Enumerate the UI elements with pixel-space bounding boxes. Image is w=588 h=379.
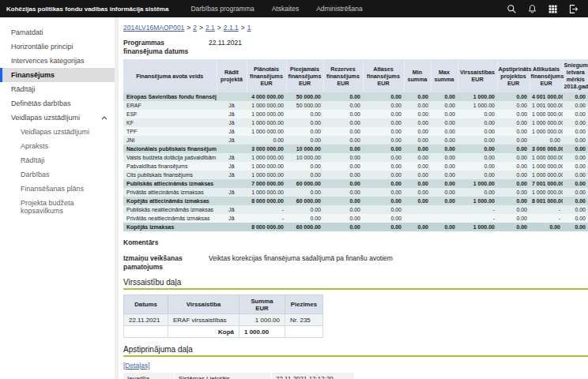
sidebar-subitem-darb-bas[interactable]: Darbības xyxy=(0,167,119,182)
sidebar-item-horizont-lie-principi[interactable]: Horizontālie principi xyxy=(0,39,119,54)
sidebar-item-pamatdati[interactable]: Pamatdati xyxy=(0,25,119,39)
app-switcher-icon[interactable] xyxy=(548,4,558,14)
comment-row: Komentārs xyxy=(123,238,588,247)
finance-cell: 1 000 000.00 xyxy=(530,153,563,162)
finance-cell: 1 000 000.00 xyxy=(247,127,286,136)
sidebar-subitem-veidlapas-uzst-d-jumi[interactable]: Veidlapas uzstādījumi xyxy=(0,125,119,139)
sidebar-item-veidlapas-uzst-d-jumi[interactable]: Veidlapas uzstādījumi xyxy=(0,111,119,125)
finance-cell: 4 001 000.00 xyxy=(530,92,563,101)
finance-cell: 0.00 xyxy=(431,153,458,162)
virssaistibas-row: 22.11.2021ERAF virssaistības1 000.00Nr. … xyxy=(124,314,323,326)
topbar-menu-item-administr-ana[interactable]: Administrēšana xyxy=(316,5,363,13)
finance-cell: 1 000.00 xyxy=(458,92,497,101)
finance-cell: 0.00 xyxy=(247,136,286,144)
sidebar: PamatdatiHorizontālie principiIntervence… xyxy=(0,17,119,379)
finance-row: Kopējās izmaksas8 000 000.0060 000.000.0… xyxy=(123,223,588,231)
finance-cell: 8 000 000.00 xyxy=(247,223,286,231)
finance-cell: 0.00 xyxy=(363,223,404,231)
sidebar-item-defin-t-s-darb-bas[interactable]: Definētās darbības xyxy=(0,96,119,111)
finance-cell: 0.00 xyxy=(497,171,530,179)
sidebar-item-r-d-t-ji[interactable]: Rādītāji xyxy=(0,82,119,96)
topbar-menu-item-atskaites[interactable]: Atskaites xyxy=(272,5,300,13)
finance-cell: 0.00 xyxy=(404,197,431,205)
justification-label: Izmaiņu veikšanas pamatojums xyxy=(123,254,202,271)
finance-source-name: Nacionālais publiskais finansējums xyxy=(123,144,217,153)
finance-cell: 0.00 xyxy=(563,153,588,162)
finance-source-name: Kopējās attiecināmās izmaksas xyxy=(123,197,217,205)
finance-cell: 0.00 xyxy=(323,110,363,118)
sidebar-subitem-r-d-t-ji[interactable]: Rādītāji xyxy=(0,153,119,167)
finance-row: Valsts budžeta dotācija pašvaldībāmJā1 0… xyxy=(123,153,588,162)
finance-row: Publiskās neattiecināmās izmaksasJā-0.00… xyxy=(123,205,588,214)
finance-cell: Jā xyxy=(217,127,247,136)
finance-cell: 0.00 xyxy=(530,223,563,231)
logout-icon[interactable] xyxy=(568,4,579,14)
program-date-label: Programmas finansējuma datums xyxy=(123,39,202,55)
sidebar-item-label: Veidlapas uzstādījumi xyxy=(11,114,80,122)
topbar-menu-item-darb-bas-programma[interactable]: Darbības programma xyxy=(190,5,254,13)
topbar-menu: Darbības programmaAtskaitesAdministrēšan… xyxy=(190,5,362,13)
finance-cell: 0.00 xyxy=(363,171,404,179)
finance-cell: Jā xyxy=(217,118,247,127)
sidebar-item-intervences-kategorijas[interactable]: Intervences kategorijas xyxy=(0,54,119,68)
search-icon[interactable] xyxy=(507,4,517,14)
finance-column-header-finans-juma-avota-veids: Finansējuma avota veids xyxy=(123,59,217,92)
approval-section-title: Apstiprinājuma daļa xyxy=(123,345,588,354)
breadcrumb-link[interactable]: 1 xyxy=(247,24,251,32)
breadcrumb-separator: > xyxy=(199,24,203,32)
finance-cell: 1 000 000.00 xyxy=(247,118,286,127)
sidebar-item-label: Definētās darbības xyxy=(11,99,71,107)
finance-cell: 0.00 xyxy=(404,127,431,136)
details-link[interactable]: [Detaļas] xyxy=(123,362,150,370)
section-divider-2 xyxy=(123,355,588,357)
finance-cell: 0.00 xyxy=(286,162,323,171)
finance-cell: 0.00 xyxy=(497,136,530,144)
breadcrumb-link[interactable]: 2.1 xyxy=(205,24,215,32)
finance-cell: 0.00 xyxy=(431,118,458,127)
finance-cell: 0.00 xyxy=(363,162,404,171)
finance-cell: - xyxy=(458,214,497,223)
finance-cell: 0.00 xyxy=(431,136,458,144)
sidebar-subitem-projekta-bud-eta-kopsavilkums[interactable]: Projekta budžeta kopsavilkums xyxy=(0,196,119,218)
virssaistibas-column-header-piez-mes: Piezīmes xyxy=(285,295,323,314)
breadcrumb-link[interactable]: 2.1.1 xyxy=(224,24,239,32)
finance-cell: 0.00 xyxy=(404,101,431,110)
finance-source-name: Cits publiskais finansējums xyxy=(123,171,217,179)
approval-row: IevadījaSistēmas Lietotājs22.11.2021 12:… xyxy=(123,373,588,379)
sidebar-scrollbar[interactable] xyxy=(115,17,119,379)
comment-label: Komentārs xyxy=(123,238,202,247)
finance-source-name: Pašvaldības finansējums xyxy=(123,162,217,171)
finance-cell: 0.00 xyxy=(497,214,530,223)
finance-cell: 0.00 xyxy=(497,188,530,197)
finance-cell: 3 000 000.00 xyxy=(530,144,563,153)
finance-source-name: ESF xyxy=(123,110,217,118)
sidebar-item-finans-jums[interactable]: Finansējums xyxy=(0,68,119,82)
finance-cell xyxy=(404,214,431,223)
breadcrumb-link[interactable]: 2014LV16MAOP001 xyxy=(123,24,184,32)
sidebar-subitem-apraksts[interactable]: Apraksts xyxy=(0,139,119,153)
finance-cell: 0.00 xyxy=(431,197,458,205)
breadcrumb-link[interactable]: 2 xyxy=(193,24,197,32)
finance-cell: 0.00 xyxy=(563,92,588,101)
finance-cell: 0.00 xyxy=(323,179,363,188)
finance-cell: 0.00 xyxy=(323,205,363,214)
finance-cell: 0.00 xyxy=(497,110,530,118)
finance-cell: 0.00 xyxy=(431,110,458,118)
finance-cell: 1 000 000.00 xyxy=(247,101,286,110)
finance-cell: 1 000 000.00 xyxy=(530,127,563,136)
sidebar-subitem-finans-anas-pl-ns[interactable]: Finansēšanas plāns xyxy=(0,182,119,196)
finance-cell: 0.00 xyxy=(458,118,497,127)
finance-cell: 0.00 xyxy=(286,127,323,136)
notifications-icon[interactable] xyxy=(527,4,537,14)
finance-cell: 0.00 xyxy=(431,162,458,171)
app-title: Kohēzijas politikas fondu vadības inform… xyxy=(0,6,168,13)
finance-cell: 0.00 xyxy=(323,136,363,144)
finance-cell: 0.00 xyxy=(323,101,363,110)
main-content: 2014LV16MAOP001>2>2.1>2.1.1>1 Programmas… xyxy=(119,17,588,379)
finance-table: Finansējuma avota veidsRādīt projektāPlā… xyxy=(123,59,588,231)
finance-row: Cits publiskais finansējumsJā1 000 000.0… xyxy=(123,171,588,179)
finance-cell: 0.00 xyxy=(363,179,404,188)
finance-cell: 0.00 xyxy=(458,136,497,144)
finance-cell: 0.00 xyxy=(563,127,588,136)
finance-cell: 8 001 000.00 xyxy=(530,197,563,205)
